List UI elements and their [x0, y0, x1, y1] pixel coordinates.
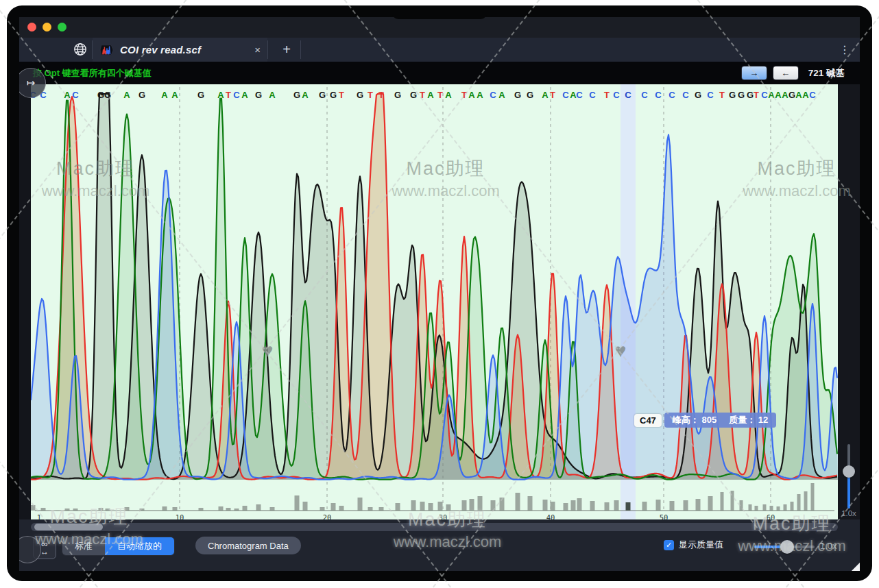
globe-icon[interactable] — [73, 42, 88, 57]
ruler-tick-label: 10 — [176, 513, 184, 519]
ruler-tick-label: 20 — [323, 513, 332, 519]
quality-bar — [763, 504, 767, 511]
quality-bar — [791, 502, 794, 511]
tooltip-values: 峰高： 805 质量： 12 — [664, 413, 776, 428]
ruler-tick-label: 30 — [439, 513, 448, 519]
ruler-tick-label: 50 — [660, 513, 669, 519]
quality-bar — [656, 500, 661, 511]
sequence-base: C — [72, 90, 79, 100]
sequence-base: A — [64, 90, 71, 100]
horizontal-zoom-thumb[interactable] — [780, 540, 794, 554]
quality-bar — [811, 483, 815, 511]
sequence-base: G — [514, 90, 521, 100]
sequence-base: T — [339, 90, 344, 100]
close-traffic-light[interactable] — [27, 23, 36, 32]
sequence-base: G — [319, 90, 326, 100]
sequence-base: A — [269, 90, 276, 100]
ruler-tick-label: 40 — [546, 513, 555, 519]
tab-title: COI rev read.scf — [120, 44, 201, 56]
zoom-traffic-light[interactable] — [58, 23, 67, 32]
quality-bar — [411, 500, 416, 511]
scale-auto-option[interactable]: 自动缩放的 — [105, 537, 174, 555]
quality-bar — [429, 503, 433, 511]
quality-bar — [270, 507, 275, 511]
quality-bar — [173, 507, 178, 511]
quality-bar — [420, 502, 425, 511]
sequence-base: A — [768, 90, 775, 100]
sequence-base: T — [604, 90, 610, 100]
sequence-base: G — [293, 90, 300, 100]
quality-bar — [500, 498, 505, 511]
new-tab-button[interactable]: + — [273, 38, 300, 62]
right-gutter: 1.0x — [838, 84, 860, 519]
vertical-zoom-thumb[interactable] — [843, 465, 855, 478]
tab-coi-rev-read[interactable]: COI rev read.scf × — [93, 38, 267, 62]
sequence-base: T — [420, 90, 425, 100]
sequence-base: G — [747, 90, 754, 100]
quality-bar — [516, 493, 520, 511]
camera-notch — [392, 5, 487, 19]
quality-bar — [564, 503, 568, 511]
sequence-base: A — [775, 90, 782, 100]
quality-bar — [670, 501, 675, 511]
tooltip-base-label: C47 — [634, 414, 662, 427]
sequence-base: G — [788, 90, 795, 100]
base-count-label: 721 碱基 — [808, 67, 845, 79]
quality-bar — [528, 496, 533, 511]
quality-toggle-group: ✓ 显示质量值 — [664, 539, 723, 551]
sequence-base: T — [461, 90, 467, 100]
chromatogram-panel[interactable]: 1102030405060CCACGGAGAAGATCAGAGAGGTGTTGG… — [31, 84, 838, 519]
sequence-base: A — [427, 90, 434, 100]
minimize-traffic-light[interactable] — [43, 23, 51, 32]
overflow-menu-icon[interactable]: ⋮ — [839, 38, 850, 62]
sequence-base: A — [795, 90, 802, 100]
sequence-base: T — [368, 90, 373, 100]
sequence-base: T — [437, 90, 443, 100]
previous-base-button[interactable]: ← — [773, 66, 799, 80]
sequence-base: T — [754, 90, 759, 100]
sequence-base: G — [729, 90, 736, 100]
sequence-base: C — [669, 90, 675, 100]
quality-bar — [590, 501, 595, 511]
sequence-base: A — [782, 90, 788, 100]
sequence-base: G — [255, 90, 262, 100]
horizontal-zoom-slider[interactable] — [754, 546, 815, 548]
quality-bar — [491, 500, 496, 511]
next-base-button[interactable]: → — [741, 66, 767, 80]
quality-bar — [740, 500, 743, 511]
quality-bar — [749, 504, 752, 511]
left-gutter — [19, 84, 31, 519]
sequence-base: C — [589, 90, 596, 100]
sequence-base: G — [410, 90, 417, 100]
quality-bar — [797, 494, 801, 511]
horizontal-scrollbar-thumb[interactable] — [34, 524, 103, 530]
quality-bar — [708, 496, 713, 511]
sequence-base: C — [576, 90, 583, 100]
window-resize-grip[interactable] — [852, 563, 860, 571]
quality-bar — [339, 506, 344, 511]
sequence-base: G — [527, 90, 533, 100]
quality-bar-selected — [626, 502, 631, 511]
sequence-base: C — [655, 90, 662, 100]
sequence-base: G — [738, 90, 745, 100]
quality-bar — [41, 508, 46, 511]
horizontal-arrows-icon: ↔ — [40, 548, 49, 556]
quality-bar — [125, 507, 130, 511]
chromatogram-data-button[interactable]: Chromatogram Data — [195, 537, 301, 554]
scale-standard-option[interactable]: 标准 — [62, 537, 105, 555]
show-quality-checkbox[interactable]: ✓ — [664, 540, 674, 550]
tab-separator — [300, 40, 301, 59]
tab-close-icon[interactable]: × — [254, 44, 261, 56]
quality-bar — [199, 508, 204, 511]
quality-bar — [99, 508, 104, 511]
maps-to-arrow-icon: ↦ — [27, 77, 36, 89]
quality-bar — [438, 502, 443, 511]
quality-bar — [446, 504, 451, 511]
sequence-base: G — [97, 90, 104, 100]
sequence-base: T — [378, 90, 384, 100]
quality-bar — [295, 495, 300, 511]
chromatogram-file-icon — [99, 44, 115, 56]
horizontal-scrollbar[interactable] — [31, 523, 838, 531]
sequence-base: G — [330, 90, 337, 100]
sequence-base: C — [641, 90, 648, 100]
